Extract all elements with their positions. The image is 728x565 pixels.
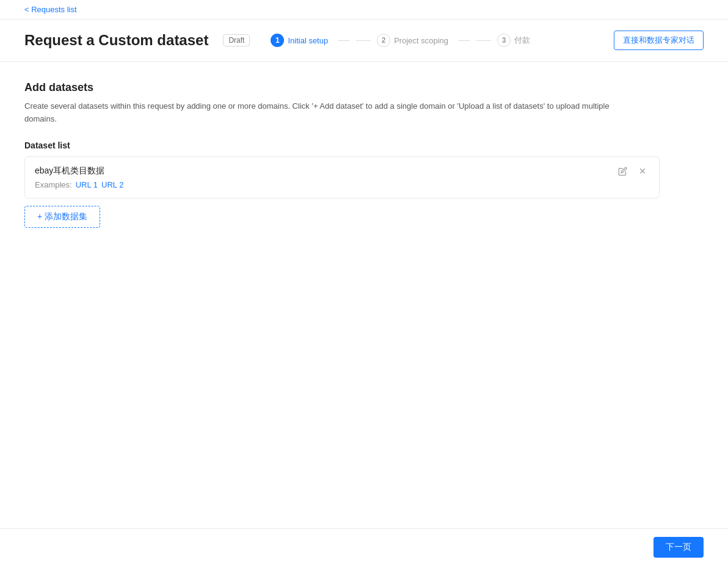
main-content: Add datasets Create several datasets wit… <box>0 62 728 247</box>
breadcrumb-link[interactable]: < Requests list <box>24 5 77 14</box>
step-3-label: 付款 <box>514 35 530 46</box>
step-1: 1 Initial setup <box>264 34 356 47</box>
dataset-name: ebay耳机类目数据 <box>35 166 123 177</box>
step-2: 2 Project scoping <box>371 34 476 47</box>
dataset-card: ebay耳机类目数据 Examples: URL 1 URL 2 <box>24 156 660 199</box>
step-separator-2 <box>476 40 491 41</box>
url-link-2[interactable]: URL 2 <box>101 180 123 189</box>
edit-dataset-button[interactable] <box>616 166 630 177</box>
examples-label: Examples: <box>35 180 72 189</box>
section-title: Add datasets <box>24 81 704 94</box>
url-link-1[interactable]: URL 1 <box>76 180 98 189</box>
dataset-card-actions <box>616 166 649 177</box>
step-3-number: 3 <box>497 34 511 47</box>
remove-dataset-button[interactable] <box>636 166 649 177</box>
add-dataset-button[interactable]: + 添加数据集 <box>24 206 100 228</box>
dataset-card-left: ebay耳机类目数据 Examples: URL 1 URL 2 <box>35 166 123 189</box>
section-desc: Create several datasets within this requ… <box>24 100 635 126</box>
step-1-label: Initial setup <box>288 36 328 45</box>
expert-chat-button[interactable]: 直接和数据专家对话 <box>614 31 704 50</box>
dataset-examples: Examples: URL 1 URL 2 <box>35 180 123 189</box>
step-3: 3 付款 <box>491 34 536 47</box>
close-icon <box>638 167 647 175</box>
header-right: 直接和数据专家对话 <box>614 31 704 50</box>
dataset-list-label: Dataset list <box>24 140 704 150</box>
step-1-number: 1 <box>271 34 284 47</box>
breadcrumb: < Requests list <box>0 0 728 20</box>
header-area: Request a Custom dataset Draft 1 Initial… <box>0 20 728 62</box>
step-2-number: 2 <box>377 34 390 47</box>
draft-badge: Draft <box>223 34 250 46</box>
steps-container: 1 Initial setup 2 Project scoping 3 付款 <box>264 34 536 47</box>
step-separator-1 <box>356 40 371 41</box>
step-2-label: Project scoping <box>394 36 448 45</box>
page-title: Request a Custom dataset <box>24 32 208 49</box>
edit-icon <box>618 167 627 176</box>
